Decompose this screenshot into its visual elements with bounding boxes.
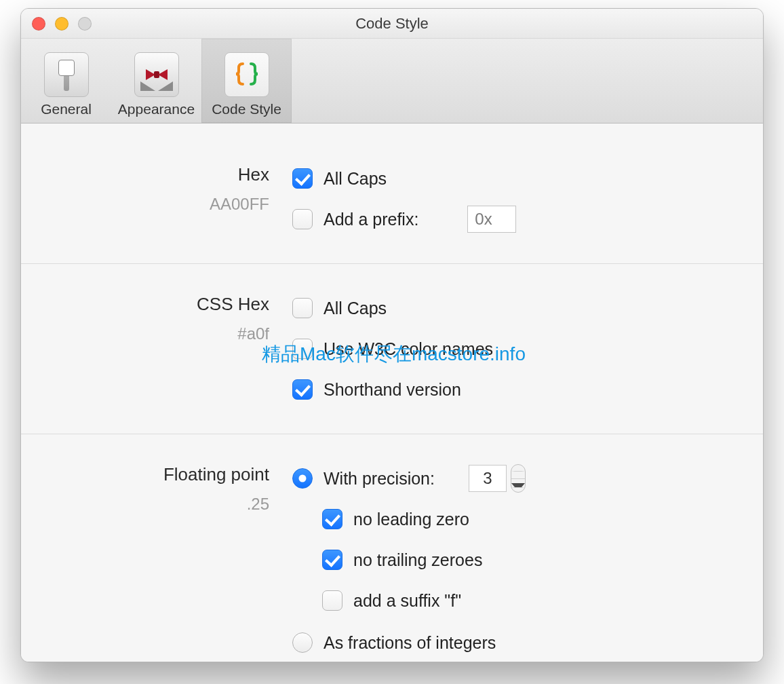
precision-input[interactable] <box>469 465 507 492</box>
braces-icon <box>224 52 269 97</box>
toolbar: General Appearance Code Style <box>21 39 763 124</box>
checkbox-no-leading-zero[interactable] <box>322 509 342 529</box>
titlebar: Code Style <box>21 9 763 39</box>
tab-label: Code Style <box>212 101 281 117</box>
section-css-hex: CSS Hex #a0f All Caps Use W3C color name… <box>21 264 763 434</box>
checkbox-label: no leading zero <box>353 510 469 529</box>
section-hex: Hex AA00FF All Caps Add a prefix: <box>21 124 763 264</box>
stepper-down[interactable] <box>511 479 525 493</box>
section-example: #a0f <box>48 324 269 343</box>
stepper-up[interactable] <box>511 465 525 479</box>
checkbox-no-trailing-zeroes[interactable] <box>322 550 342 570</box>
checkbox-label: All Caps <box>324 169 387 189</box>
checkbox-css-shorthand[interactable] <box>292 379 313 400</box>
preferences-window: Code Style General Appearance Code Style <box>20 8 764 662</box>
checkbox-css-w3c-names[interactable] <box>292 339 313 359</box>
content: Hex AA00FF All Caps Add a prefix: CSS He <box>21 124 763 662</box>
window-title: Code Style <box>21 15 763 33</box>
section-heading: CSS Hex <box>48 294 269 315</box>
checkbox-css-all-caps[interactable] <box>292 298 313 318</box>
radio-with-precision[interactable] <box>292 468 313 489</box>
section-float: Floating point .25 With precision: <box>21 434 763 662</box>
checkbox-label: All Caps <box>324 299 387 318</box>
checkbox-label: no trailing zeroes <box>353 550 482 570</box>
checkbox-label: Shorthand version <box>324 380 461 400</box>
stepper-buttons <box>511 464 526 493</box>
checkbox-label: add a suffix "f" <box>353 591 461 611</box>
tab-code-style[interactable]: Code Style <box>201 39 292 123</box>
radio-label: With precision: <box>324 469 435 489</box>
precision-stepper <box>469 464 526 493</box>
radio-fractions[interactable] <box>292 632 313 653</box>
section-example: .25 <box>48 495 269 514</box>
checkbox-add-suffix-f[interactable] <box>322 590 342 611</box>
checkbox-hex-all-caps[interactable] <box>292 168 313 189</box>
switch-icon <box>44 52 89 97</box>
section-heading: Floating point <box>48 464 269 485</box>
tab-appearance[interactable]: Appearance <box>111 39 201 123</box>
checkbox-label: Add a prefix: <box>324 210 418 229</box>
tab-label: Appearance <box>118 101 195 117</box>
section-heading: Hex <box>48 164 269 185</box>
tab-label: General <box>41 101 92 117</box>
tab-general[interactable]: General <box>21 39 111 123</box>
radio-label: As fractions of integers <box>324 633 496 653</box>
bowtie-icon <box>134 52 179 97</box>
checkbox-hex-add-prefix[interactable] <box>292 209 313 229</box>
section-example: AA00FF <box>48 195 269 214</box>
checkbox-label: Use W3C color names <box>324 339 493 359</box>
prefix-input[interactable] <box>467 206 516 233</box>
